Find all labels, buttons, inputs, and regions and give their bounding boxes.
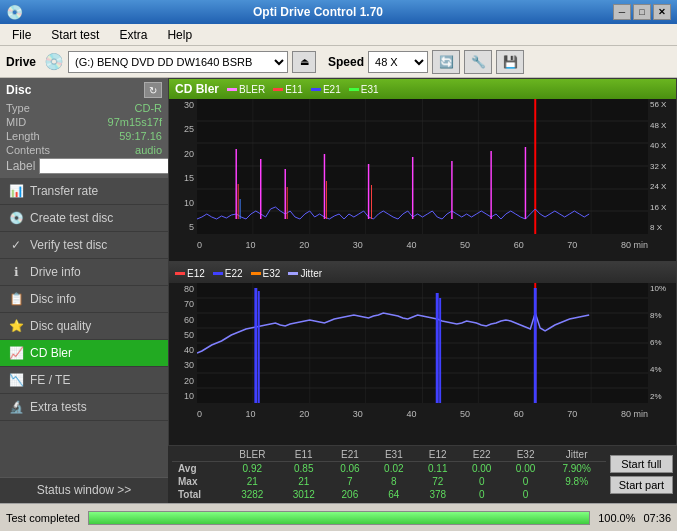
chart-jitter-section: E12 E22 E32 Jitter 80: [168, 262, 677, 446]
drive-select[interactable]: (G:) BENQ DVD DD DW1640 BSRB: [68, 51, 288, 73]
legend-e31: E31: [349, 84, 379, 95]
disc-contents-row: Contents audio: [6, 144, 162, 156]
create-disc-icon: 💿: [8, 210, 24, 226]
disc-label-input[interactable]: [39, 158, 172, 174]
stats-col-jitter: Jitter: [548, 448, 606, 462]
legend-e32-label: E32: [263, 268, 281, 279]
disc-title: Disc: [6, 83, 31, 97]
sidebar-item-extra-tests[interactable]: 🔬 Extra tests: [0, 394, 168, 421]
chart-bler-plot: /* bars drawn in JS */: [197, 99, 648, 234]
stats-total-e31: 64: [372, 488, 416, 501]
stats-avg-bler: 0.92: [225, 462, 280, 476]
start-full-button[interactable]: Start full: [610, 455, 673, 473]
refresh-button[interactable]: 🔄: [432, 50, 460, 74]
disc-type-row: Type CD-R: [6, 102, 162, 114]
sidebar-item-cd-bler[interactable]: 📈 CD Bler: [0, 340, 168, 367]
stats-row-avg: Avg 0.92 0.85 0.06 0.02 0.11 0.00 0.00 7…: [172, 462, 606, 476]
sidebar-item-fe-te[interactable]: 📉 FE / TE: [0, 367, 168, 394]
stats-total-jitter: [548, 488, 606, 501]
stats-total-e21: 206: [328, 488, 372, 501]
svg-rect-12: [197, 204, 589, 234]
legend-bler: BLER: [227, 84, 265, 95]
sidebar-item-label: Create test disc: [30, 211, 113, 225]
chart-jitter-y-axis-right: 10% 8% 6% 4% 2%: [648, 283, 676, 403]
settings-button[interactable]: 🔧: [464, 50, 492, 74]
fe-te-icon: 📉: [8, 372, 24, 388]
stats-total-e32: 0: [504, 488, 548, 501]
sidebar-item-transfer-rate[interactable]: 📊 Transfer rate: [0, 178, 168, 205]
stats-table: BLER E11 E21 E31 E12 E22 E32 Jitter Avg …: [172, 448, 606, 501]
speed-label: Speed: [328, 55, 364, 69]
stats-total-label: Total: [172, 488, 225, 501]
stats-col-bler: BLER: [225, 448, 280, 462]
chart-bler-y-axis-right: 56 X 48 X 40 X 32 X 24 X 16 X 8 X: [648, 99, 676, 234]
sidebar-item-disc-info[interactable]: 📋 Disc info: [0, 286, 168, 313]
eject-button[interactable]: ⏏: [292, 51, 316, 73]
sidebar-item-label: FE / TE: [30, 373, 70, 387]
sidebar-item-disc-quality[interactable]: ⭐ Disc quality: [0, 313, 168, 340]
title-bar: 💿 Opti Drive Control 1.70 ─ □ ✕: [0, 0, 677, 24]
disc-length-key: Length: [6, 130, 40, 142]
menu-bar: File Start test Extra Help: [0, 24, 677, 46]
maximize-button[interactable]: □: [633, 4, 651, 20]
stats-col-e12: E12: [416, 448, 460, 462]
window-controls: ─ □ ✕: [613, 4, 671, 20]
sidebar-item-verify-test-disc[interactable]: ✓ Verify test disc: [0, 232, 168, 259]
sidebar-item-label: Verify test disc: [30, 238, 107, 252]
sidebar-item-label: Transfer rate: [30, 184, 98, 198]
disc-refresh-button[interactable]: ↻: [144, 82, 162, 98]
menu-extra[interactable]: Extra: [111, 26, 155, 44]
stats-avg-e22: 0.00: [460, 462, 504, 476]
chart-jitter-x-axis: 0 10 20 30 40 50 60 70 80 min: [197, 405, 648, 423]
sidebar-item-drive-info[interactable]: ℹ Drive info: [0, 259, 168, 286]
menu-file[interactable]: File: [4, 26, 39, 44]
window-title: Opti Drive Control 1.70: [23, 5, 613, 19]
stats-col-e11: E11: [280, 448, 328, 462]
stats-col-e21: E21: [328, 448, 372, 462]
progress-percent: 100.0%: [598, 512, 635, 524]
minimize-button[interactable]: ─: [613, 4, 631, 20]
stats-avg-e21: 0.06: [328, 462, 372, 476]
stats-max-e31: 8: [372, 475, 416, 488]
disc-quality-icon: ⭐: [8, 318, 24, 334]
content-area: CD Bler BLER E11 E21 E31: [168, 78, 677, 503]
start-part-button[interactable]: Start part: [610, 476, 673, 494]
stats-col-e31: E31: [372, 448, 416, 462]
menu-help[interactable]: Help: [159, 26, 200, 44]
close-button[interactable]: ✕: [653, 4, 671, 20]
sidebar-item-create-test-disc[interactable]: 💿 Create test disc: [0, 205, 168, 232]
chart-jitter-header: E12 E22 E32 Jitter: [169, 263, 676, 283]
chart-bler-body: 30 25 20 15 10 5 56 X 48 X 40 X 32 X 24 …: [169, 99, 676, 254]
legend-e21: E21: [311, 84, 341, 95]
legend-e11: E11: [273, 84, 303, 95]
stats-avg-e12: 0.11: [416, 462, 460, 476]
stats-total-e11: 3012: [280, 488, 328, 501]
legend-jitter-label: Jitter: [300, 268, 322, 279]
save-button[interactable]: 💾: [496, 50, 524, 74]
transfer-rate-icon: 📊: [8, 183, 24, 199]
disc-mid-row: MID 97m15s17f: [6, 116, 162, 128]
sidebar-item-label: CD Bler: [30, 346, 72, 360]
progress-bar-fill: [89, 512, 589, 524]
status-bar: Test completed 100.0% 07:36: [0, 503, 677, 531]
stats-max-e32: 0: [504, 475, 548, 488]
legend-e12: E12: [175, 268, 205, 279]
stats-total-e22: 0: [460, 488, 504, 501]
stats-max-e11: 21: [280, 475, 328, 488]
stats-col-e32: E32: [504, 448, 548, 462]
legend-e32: E32: [251, 268, 281, 279]
legend-e21-label: E21: [323, 84, 341, 95]
speed-select[interactable]: 48 X: [368, 51, 428, 73]
sidebar-item-label: Extra tests: [30, 400, 87, 414]
main-layout: Disc ↻ Type CD-R MID 97m15s17f Length 59…: [0, 78, 677, 503]
chart-bler-header: CD Bler BLER E11 E21 E31: [169, 79, 676, 99]
disc-contents-val: audio: [135, 144, 162, 156]
chart-jitter-svg: [197, 283, 648, 403]
chart-jitter-body: 80 70 60 50 40 30 20 10 10% 8% 6% 4% 2%: [169, 283, 676, 423]
drive-icon: 💿: [44, 52, 64, 71]
legend-e22: E22: [213, 268, 243, 279]
menu-start-test[interactable]: Start test: [43, 26, 107, 44]
status-window-button[interactable]: Status window >>: [0, 477, 168, 503]
title-icon: 💿: [6, 4, 23, 20]
legend-e22-label: E22: [225, 268, 243, 279]
